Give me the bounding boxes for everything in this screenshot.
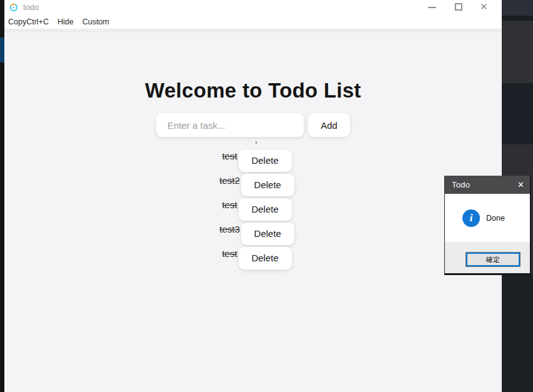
task-row: test3 Delete [219, 221, 294, 246]
electron-logo-icon [9, 3, 18, 12]
menu-bar: CopyCtrl+C Hide Custom [4, 15, 502, 29]
window-title: todo [23, 3, 39, 12]
task-label[interactable]: test [222, 248, 237, 259]
menu-item-copy[interactable]: CopyCtrl+C [6, 16, 53, 28]
task-entry-row: Add [4, 113, 502, 137]
main-content: Welcome to Todo List Add test Delete tes… [4, 30, 502, 392]
background-band [502, 275, 533, 392]
page-title: Welcome to Todo List [4, 33, 502, 103]
delete-task-button[interactable]: Delete [241, 174, 294, 196]
title-bar: todo ✕ [4, 0, 502, 15]
dialog-title: Todo [452, 180, 470, 189]
background-band [502, 144, 533, 176]
task-label[interactable]: test [222, 151, 237, 161]
task-input[interactable] [156, 113, 304, 137]
task-label[interactable]: test3 [219, 224, 240, 234]
task-list: test Delete test2 Delete test Delete tes… [12, 148, 502, 270]
dialog-body: i Done [445, 194, 530, 242]
dialog-message: Done [486, 214, 505, 223]
task-row: test Delete [222, 246, 291, 270]
stray-mark [256, 141, 257, 144]
menu-item-hide[interactable]: Hide [53, 16, 78, 28]
dialog-title-bar: Todo ✕ [445, 176, 530, 194]
task-row: test Delete [222, 148, 291, 173]
task-label[interactable]: test2 [219, 175, 240, 186]
background-band [502, 0, 533, 16]
minimize-icon[interactable] [428, 7, 436, 8]
dialog-close-icon[interactable]: ✕ [517, 180, 524, 189]
background-band [502, 21, 533, 83]
delete-task-button[interactable]: Delete [241, 223, 294, 245]
task-row: test2 Delete [219, 173, 294, 197]
add-task-button[interactable]: Add [308, 113, 350, 137]
background-band [502, 16, 533, 21]
delete-task-button[interactable]: Delete [239, 198, 292, 221]
ok-button[interactable]: 確定 [466, 252, 521, 267]
task-row: test Delete [222, 197, 291, 221]
background-window-left-edge [0, 0, 4, 392]
task-label[interactable]: test [222, 199, 237, 210]
close-icon[interactable]: ✕ [480, 1, 488, 13]
delete-task-button[interactable]: Delete [239, 247, 292, 269]
maximize-icon[interactable] [455, 3, 462, 11]
left-edge-blue-segment [0, 38, 4, 63]
delete-task-button[interactable]: Delete [239, 149, 292, 172]
menu-item-custom[interactable]: Custom [78, 16, 114, 28]
info-icon: i [462, 209, 480, 227]
message-dialog: Todo ✕ i Done 確定 [444, 176, 531, 275]
background-band [502, 83, 533, 144]
dialog-footer: 確定 [445, 242, 530, 273]
todo-app-window: todo ✕ CopyCtrl+C Hide Custom Welcome to… [4, 0, 502, 392]
